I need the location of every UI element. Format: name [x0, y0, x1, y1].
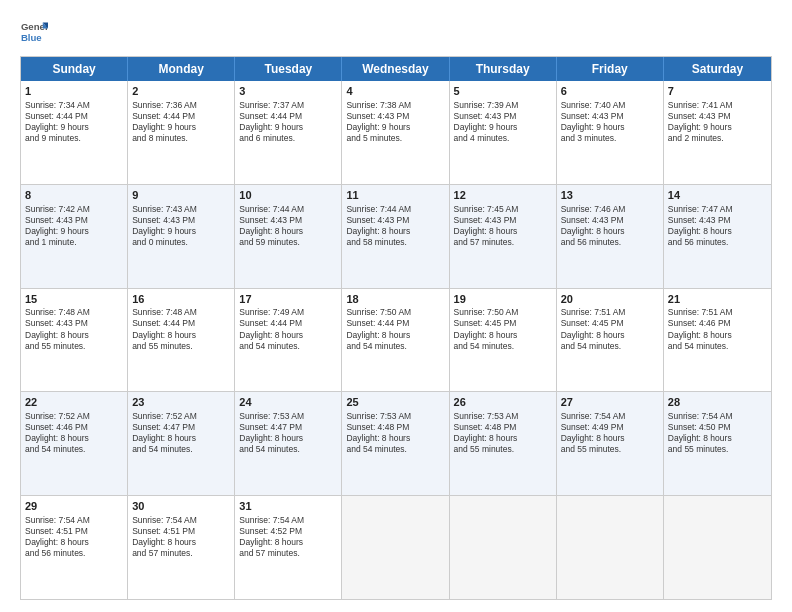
calendar-cell: 9Sunrise: 7:43 AMSunset: 4:43 PMDaylight…: [128, 185, 235, 288]
day-number: 24: [239, 395, 337, 410]
calendar-cell: 3Sunrise: 7:37 AMSunset: 4:44 PMDaylight…: [235, 81, 342, 184]
day-number: 31: [239, 499, 337, 514]
calendar-row: 1Sunrise: 7:34 AMSunset: 4:44 PMDaylight…: [21, 81, 771, 184]
day-number: 27: [561, 395, 659, 410]
calendar-cell: [557, 496, 664, 599]
day-number: 21: [668, 292, 767, 307]
calendar-row: 29Sunrise: 7:54 AMSunset: 4:51 PMDayligh…: [21, 495, 771, 599]
cell-info: Sunrise: 7:39 AMSunset: 4:43 PMDaylight:…: [454, 100, 552, 144]
cell-info: Sunrise: 7:44 AMSunset: 4:43 PMDaylight:…: [239, 204, 337, 248]
calendar-cell: 4Sunrise: 7:38 AMSunset: 4:43 PMDaylight…: [342, 81, 449, 184]
calendar-row: 22Sunrise: 7:52 AMSunset: 4:46 PMDayligh…: [21, 391, 771, 495]
day-number: 2: [132, 84, 230, 99]
day-number: 1: [25, 84, 123, 99]
cell-info: Sunrise: 7:36 AMSunset: 4:44 PMDaylight:…: [132, 100, 230, 144]
cell-info: Sunrise: 7:54 AMSunset: 4:49 PMDaylight:…: [561, 411, 659, 455]
cell-info: Sunrise: 7:53 AMSunset: 4:48 PMDaylight:…: [346, 411, 444, 455]
day-number: 26: [454, 395, 552, 410]
cell-info: Sunrise: 7:50 AMSunset: 4:45 PMDaylight:…: [454, 307, 552, 351]
calendar-cell: 30Sunrise: 7:54 AMSunset: 4:51 PMDayligh…: [128, 496, 235, 599]
day-number: 17: [239, 292, 337, 307]
cell-info: Sunrise: 7:41 AMSunset: 4:43 PMDaylight:…: [668, 100, 767, 144]
calendar-cell: 24Sunrise: 7:53 AMSunset: 4:47 PMDayligh…: [235, 392, 342, 495]
cell-info: Sunrise: 7:51 AMSunset: 4:45 PMDaylight:…: [561, 307, 659, 351]
cell-info: Sunrise: 7:54 AMSunset: 4:50 PMDaylight:…: [668, 411, 767, 455]
cell-info: Sunrise: 7:47 AMSunset: 4:43 PMDaylight:…: [668, 204, 767, 248]
logo-icon: General Blue: [20, 18, 48, 46]
weekday-header: Wednesday: [342, 57, 449, 81]
calendar: SundayMondayTuesdayWednesdayThursdayFrid…: [20, 56, 772, 600]
calendar-cell: 27Sunrise: 7:54 AMSunset: 4:49 PMDayligh…: [557, 392, 664, 495]
weekday-header: Sunday: [21, 57, 128, 81]
cell-info: Sunrise: 7:43 AMSunset: 4:43 PMDaylight:…: [132, 204, 230, 248]
calendar-cell: 8Sunrise: 7:42 AMSunset: 4:43 PMDaylight…: [21, 185, 128, 288]
page: General Blue SundayMondayTuesdayWednesda…: [0, 0, 792, 612]
calendar-cell: 10Sunrise: 7:44 AMSunset: 4:43 PMDayligh…: [235, 185, 342, 288]
calendar-row: 15Sunrise: 7:48 AMSunset: 4:43 PMDayligh…: [21, 288, 771, 392]
calendar-header: SundayMondayTuesdayWednesdayThursdayFrid…: [21, 57, 771, 81]
cell-info: Sunrise: 7:52 AMSunset: 4:46 PMDaylight:…: [25, 411, 123, 455]
calendar-cell: 14Sunrise: 7:47 AMSunset: 4:43 PMDayligh…: [664, 185, 771, 288]
weekday-header: Tuesday: [235, 57, 342, 81]
day-number: 18: [346, 292, 444, 307]
calendar-cell: 15Sunrise: 7:48 AMSunset: 4:43 PMDayligh…: [21, 289, 128, 392]
logo: General Blue: [20, 18, 52, 46]
cell-info: Sunrise: 7:48 AMSunset: 4:44 PMDaylight:…: [132, 307, 230, 351]
day-number: 23: [132, 395, 230, 410]
cell-info: Sunrise: 7:54 AMSunset: 4:51 PMDaylight:…: [25, 515, 123, 559]
day-number: 25: [346, 395, 444, 410]
day-number: 5: [454, 84, 552, 99]
calendar-cell: 2Sunrise: 7:36 AMSunset: 4:44 PMDaylight…: [128, 81, 235, 184]
weekday-header: Thursday: [450, 57, 557, 81]
calendar-cell: 22Sunrise: 7:52 AMSunset: 4:46 PMDayligh…: [21, 392, 128, 495]
cell-info: Sunrise: 7:54 AMSunset: 4:51 PMDaylight:…: [132, 515, 230, 559]
day-number: 22: [25, 395, 123, 410]
day-number: 19: [454, 292, 552, 307]
calendar-cell: 25Sunrise: 7:53 AMSunset: 4:48 PMDayligh…: [342, 392, 449, 495]
calendar-cell: [664, 496, 771, 599]
cell-info: Sunrise: 7:45 AMSunset: 4:43 PMDaylight:…: [454, 204, 552, 248]
cell-info: Sunrise: 7:49 AMSunset: 4:44 PMDaylight:…: [239, 307, 337, 351]
day-number: 9: [132, 188, 230, 203]
day-number: 8: [25, 188, 123, 203]
calendar-cell: 19Sunrise: 7:50 AMSunset: 4:45 PMDayligh…: [450, 289, 557, 392]
svg-text:Blue: Blue: [21, 32, 42, 43]
day-number: 4: [346, 84, 444, 99]
cell-info: Sunrise: 7:53 AMSunset: 4:47 PMDaylight:…: [239, 411, 337, 455]
calendar-cell: [342, 496, 449, 599]
cell-info: Sunrise: 7:46 AMSunset: 4:43 PMDaylight:…: [561, 204, 659, 248]
day-number: 12: [454, 188, 552, 203]
day-number: 15: [25, 292, 123, 307]
weekday-header: Saturday: [664, 57, 771, 81]
day-number: 28: [668, 395, 767, 410]
cell-info: Sunrise: 7:40 AMSunset: 4:43 PMDaylight:…: [561, 100, 659, 144]
day-number: 7: [668, 84, 767, 99]
day-number: 3: [239, 84, 337, 99]
weekday-header: Friday: [557, 57, 664, 81]
header: General Blue: [20, 18, 772, 46]
calendar-cell: 13Sunrise: 7:46 AMSunset: 4:43 PMDayligh…: [557, 185, 664, 288]
calendar-cell: [450, 496, 557, 599]
calendar-cell: 6Sunrise: 7:40 AMSunset: 4:43 PMDaylight…: [557, 81, 664, 184]
calendar-cell: 20Sunrise: 7:51 AMSunset: 4:45 PMDayligh…: [557, 289, 664, 392]
cell-info: Sunrise: 7:52 AMSunset: 4:47 PMDaylight:…: [132, 411, 230, 455]
day-number: 13: [561, 188, 659, 203]
day-number: 16: [132, 292, 230, 307]
day-number: 6: [561, 84, 659, 99]
cell-info: Sunrise: 7:38 AMSunset: 4:43 PMDaylight:…: [346, 100, 444, 144]
cell-info: Sunrise: 7:48 AMSunset: 4:43 PMDaylight:…: [25, 307, 123, 351]
cell-info: Sunrise: 7:44 AMSunset: 4:43 PMDaylight:…: [346, 204, 444, 248]
calendar-cell: 26Sunrise: 7:53 AMSunset: 4:48 PMDayligh…: [450, 392, 557, 495]
calendar-cell: 18Sunrise: 7:50 AMSunset: 4:44 PMDayligh…: [342, 289, 449, 392]
day-number: 10: [239, 188, 337, 203]
calendar-cell: 7Sunrise: 7:41 AMSunset: 4:43 PMDaylight…: [664, 81, 771, 184]
day-number: 30: [132, 499, 230, 514]
calendar-cell: 31Sunrise: 7:54 AMSunset: 4:52 PMDayligh…: [235, 496, 342, 599]
cell-info: Sunrise: 7:54 AMSunset: 4:52 PMDaylight:…: [239, 515, 337, 559]
calendar-cell: 5Sunrise: 7:39 AMSunset: 4:43 PMDaylight…: [450, 81, 557, 184]
cell-info: Sunrise: 7:53 AMSunset: 4:48 PMDaylight:…: [454, 411, 552, 455]
calendar-cell: 16Sunrise: 7:48 AMSunset: 4:44 PMDayligh…: [128, 289, 235, 392]
day-number: 29: [25, 499, 123, 514]
calendar-body: 1Sunrise: 7:34 AMSunset: 4:44 PMDaylight…: [21, 81, 771, 599]
day-number: 14: [668, 188, 767, 203]
